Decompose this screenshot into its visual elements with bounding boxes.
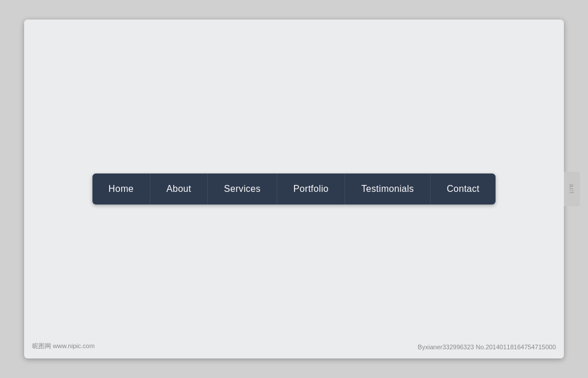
watermark-left: 昵图网 www.nipic.com	[32, 342, 95, 350]
watermark-right: Byxianer332996323 No.2014011816475471500…	[418, 344, 556, 350]
side-tab-label: act	[568, 184, 575, 194]
nav-item-contact[interactable]: Contact	[431, 173, 496, 205]
nav-item-services[interactable]: Services	[208, 173, 277, 205]
browser-window: act HomeAboutServicesPortfolioTestimonia…	[24, 20, 564, 358]
side-tab[interactable]: act	[564, 172, 580, 206]
nav-item-about[interactable]: About	[150, 173, 208, 205]
nav-bar: HomeAboutServicesPortfolioTestimonialsCo…	[92, 173, 496, 205]
nav-item-testimonials[interactable]: Testimonials	[345, 173, 431, 205]
nav-item-portfolio[interactable]: Portfolio	[277, 173, 345, 205]
nav-item-home[interactable]: Home	[92, 173, 150, 205]
